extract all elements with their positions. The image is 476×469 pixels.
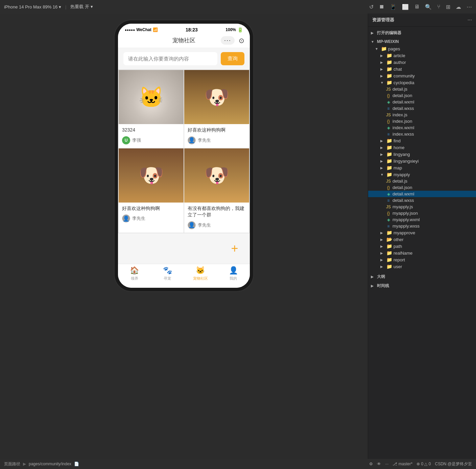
find-folder-icon: 📁 [386,138,392,143]
tree-folder-realname[interactable]: ▶ 📁 realName [368,250,476,256]
tree-file-index-wxml-1[interactable]: ◈ index.wxml [368,124,476,131]
detail-wxml-2-label: detail.wxml [392,191,414,196]
tree-file-index-js-1[interactable]: JS index.js [368,112,476,118]
tree-folder-find[interactable]: ▶ 📁 find [368,137,476,144]
tree-file-myapply-wxss[interactable]: ≡ myapply.wxss [368,223,476,229]
open-editors-label: 打开的编辑器 [377,30,401,36]
author-label: author [394,60,406,65]
section-mp-weixin[interactable]: ▼ MP-WEIXIN [368,37,476,45]
find-icon: 🐾 [163,266,172,275]
post-author-2: 👤 李先生 [184,135,249,148]
community-label: 宠物社区 [193,276,208,281]
breadcrumb-path: pages/community/index [29,462,71,466]
hot-reload-label[interactable]: 热重载 开 ▾ [70,4,93,10]
post-card-4[interactable]: 🐶 有没有都喜欢狗狗的，我建立了一个群 👤 李先生 [184,148,249,233]
section-open-editors[interactable]: ▶ 打开的编辑器 [368,28,476,37]
wxml-icon-4: ◈ [386,217,391,222]
avatar-3: 👤 [122,214,130,222]
nav-item-profile[interactable]: 👤 我的 [217,266,250,281]
outline-chevron: ▶ [371,275,376,279]
community-folder-icon: 📁 [386,73,392,78]
nav-item-community[interactable]: 🐱 宠物社区 [184,266,217,281]
tree-folder-other[interactable]: ▶ 📂 other [368,236,476,243]
top-toolbar: iPhone 14 Pro Max 89% 16 ▾ | 热重载 开 ▾ ↺ ⏹… [0,0,476,14]
tree-folder-pages[interactable]: ▼ 📁 pages [368,45,476,52]
post-card-1[interactable]: 🐱 32324 U 李强 [119,70,184,148]
post-image-3: 🐶 [119,148,184,203]
browser-icon[interactable]: 🖥 [414,4,420,10]
tree-file-detail-wxss-2[interactable]: ≡ detail.wxss [368,197,476,204]
section-timeline[interactable]: ▶ 时间线 [368,281,476,290]
search-button[interactable]: 查询 [221,52,244,65]
json-icon-2: {} [386,119,391,124]
tree-file-index-wxss-1[interactable]: ≡ index.wxss [368,131,476,137]
myapply-label: myapply [394,172,410,177]
section-outline[interactable]: ▶ 大纲 [368,272,476,281]
tree-file-detail-json-1[interactable]: {} detail.json [368,92,476,99]
nav-scan-icon[interactable]: ⊙ [239,37,244,45]
phone-icon[interactable]: 📱 [390,4,397,10]
tree-folder-myapprove[interactable]: ▶ 📁 myapprove [368,229,476,236]
lingyang-label: lingyang [394,152,410,157]
nav-item-find[interactable]: 🐾 寻宠 [151,266,184,281]
tree-file-detail-json-2[interactable]: {} detail.json [368,184,476,191]
home-folder-icon: 📁 [386,145,392,150]
tree-file-myapply-json[interactable]: {} myapply.json [368,210,476,216]
device-label[interactable]: iPhone 14 Pro Max 89% 16 ▾ [4,4,61,9]
post-title-3: 好喜欢这种狗狗啊 [119,203,184,213]
tree-folder-lingyang[interactable]: ▶ 📁 lingyang [368,151,476,158]
post-card-2[interactable]: 🐶 好喜欢这种狗狗啊 👤 李先生 [184,70,249,148]
post-card-3[interactable]: 🐶 好喜欢这种狗狗啊 👤 李先生 [119,148,184,233]
refresh-icon[interactable]: ↺ [369,4,374,10]
tree-file-index-json-1[interactable]: {} index.json [368,118,476,124]
preview-icon[interactable]: 👁 [377,462,381,466]
tree-folder-author[interactable]: ▶ 📁 author [368,59,476,66]
more-bottom-icon[interactable]: ··· [385,462,388,466]
cloud-icon[interactable]: ☁ [456,4,461,10]
fab-button[interactable]: + [226,240,243,257]
git-branch-status[interactable]: ⎇ master* [392,462,412,466]
branch-icon[interactable]: ⑂ [437,4,441,10]
tree-file-detail-wxss-1[interactable]: ≡ detail.wxss [368,105,476,112]
inspect-icon[interactable]: 🔍 [425,4,432,10]
status-left: ●●●●● WeChat 📶 [125,27,158,32]
timeline-chevron: ▶ [371,284,376,288]
tree-file-detail-js-2[interactable]: JS detail.js [368,178,476,184]
tree-folder-map[interactable]: ▶ 📁 map [368,164,476,171]
tree-file-detail-js-1[interactable]: JS detail.js [368,86,476,92]
grid-icon[interactable]: ⊞ [446,4,450,10]
fab-area: + [118,233,250,264]
tree-folder-article[interactable]: ▶ 📁 article [368,52,476,59]
breadcrumb-separator: ▶ [23,462,26,466]
tree-file-detail-wxml-2[interactable]: ◈ detail.wxml [368,191,476,197]
tree-folder-community[interactable]: ▶ 📁 community [368,72,476,79]
nav-more-icon[interactable]: ··· [221,36,235,45]
avatar-2: 👤 [188,136,196,144]
chat-folder-icon: 📁 [386,66,392,72]
settings-icon[interactable]: ⚙ [369,462,373,466]
tree-file-myapply-wxml[interactable]: ◈ myapply.wxml [368,216,476,223]
tree-file-detail-wxml-1[interactable]: ◈ detail.wxml [368,99,476,105]
avatar-1: U [122,136,130,144]
tree-folder-lingyangxieyi[interactable]: ▶ 📁 lingyangxieyi [368,158,476,164]
phone-area: ●●●●● WeChat 📶 18:23 100% 🔋 宠物社区 ··· ⊙ [0,14,368,459]
tree-folder-path[interactable]: ▶ 📁 path [368,243,476,250]
tree-file-myapply-js[interactable]: JS myapply.js [368,204,476,210]
author-name-1: 李强 [132,137,141,143]
panel-more-icon[interactable]: ··· [468,17,472,23]
tablet-icon[interactable]: ⬜ [402,4,409,10]
tree-folder-myapply[interactable]: ▼ 📁 myapply [368,171,476,178]
search-input[interactable] [123,52,217,65]
stop-icon[interactable]: ⏹ [379,4,384,10]
file-explorer-panel: 资源管理器 ··· ▶ 打开的编辑器 ▼ MP-WEIXIN ▼ 📁 pages [368,14,476,459]
tree-folder-cyclopedia[interactable]: ▼ 📁 cyclopedia [368,79,476,86]
posts-grid: 🐱 32324 U 李强 🐶 好喜欢这种狗狗啊 👤 李先生 [118,69,250,233]
nav-icons-right: ··· ⊙ [221,36,244,45]
tree-folder-user[interactable]: ▶ 📁 user [368,263,476,270]
tree-folder-home[interactable]: ▶ 📁 home [368,144,476,151]
nav-item-home[interactable]: 🏠 领养 [118,266,151,281]
tree-folder-report[interactable]: ▶ 📁 report [368,256,476,263]
more-toolbar-icon[interactable]: ⋯ [467,4,472,10]
path-folder-icon: 📁 [386,243,392,249]
tree-folder-chat[interactable]: ▶ 📁 chat [368,66,476,72]
